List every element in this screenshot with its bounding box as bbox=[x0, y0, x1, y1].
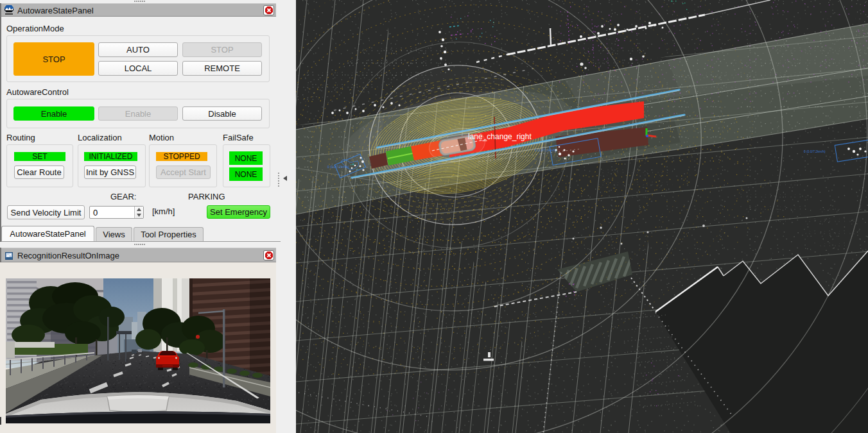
svg-text:0 (0.0/7.2km/h): 0 (0.0/7.2km/h) bbox=[535, 148, 557, 152]
svg-text:lane_change_right: lane_change_right bbox=[468, 132, 532, 141]
svg-text:0 (0.0/7.2km/h): 0 (0.0/7.2km/h) bbox=[327, 165, 349, 169]
svg-text:0 (0.0/7.2km/h): 0 (0.0/7.2km/h) bbox=[804, 149, 826, 153]
